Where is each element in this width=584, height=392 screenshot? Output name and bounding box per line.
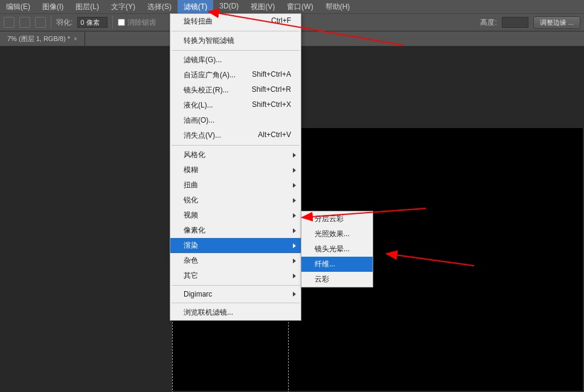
menubar: 编辑(E)图像(I)图层(L)文字(Y)选择(S)滤镜(T)3D(D)视图(V)…	[0, 0, 584, 13]
height-input[interactable]	[502, 17, 528, 28]
filter-menu-item[interactable]: 模糊	[170, 162, 301, 178]
filter-menu-item[interactable]: 其它	[170, 268, 301, 283]
document-tab-title: 7% (图层 1, RGB/8) *	[7, 34, 70, 43]
menu-item-shortcut: Ctrl+F	[271, 16, 291, 27]
separator	[51, 16, 51, 29]
filter-menu-item[interactable]: 自适应广角(A)...Shift+Ctrl+A	[170, 68, 301, 83]
render-submenu-item[interactable]: 云彩	[301, 272, 373, 287]
menu-separator	[172, 31, 300, 31]
filter-menu-item[interactable]: 镜头校正(R)...Shift+Ctrl+R	[170, 83, 301, 98]
filter-menu-item[interactable]: 旋转扭曲Ctrl+F	[170, 14, 301, 29]
menu-item-label: 旋转扭曲	[184, 16, 213, 27]
height-label: 高度:	[480, 18, 496, 28]
selection-mode-add-icon[interactable]	[19, 17, 30, 28]
menu-item-label: 锐化	[184, 195, 198, 205]
filter-menu-item[interactable]: 锐化	[170, 193, 301, 208]
filter-menu-item[interactable]: 扭曲	[170, 178, 301, 193]
filter-menu-item[interactable]: 滤镜库(G)...	[170, 53, 301, 68]
menu-item-label: 风格化	[184, 150, 205, 160]
refine-edge-button[interactable]: 调整边缘 ...	[533, 16, 580, 29]
filter-menu-item[interactable]: 液化(L)...Shift+Ctrl+X	[170, 98, 301, 113]
chevron-right-icon	[293, 183, 296, 188]
filter-menu-item[interactable]: 转换为智能滤镜	[170, 33, 301, 48]
menubar-item-3[interactable]: 文字(Y)	[105, 0, 141, 13]
menubar-item-0[interactable]: 编辑(E)	[0, 0, 36, 13]
filter-menu-item[interactable]: 像素化	[170, 223, 301, 238]
menu-item-label: 视频	[184, 210, 198, 220]
menubar-item-5[interactable]: 滤镜(T)	[178, 0, 213, 13]
chevron-right-icon	[293, 292, 296, 297]
menu-item-label: 自适应广角(A)...	[184, 70, 236, 80]
menubar-item-4[interactable]: 选择(S)	[141, 0, 178, 13]
menu-separator	[172, 145, 300, 146]
render-submenu-item[interactable]: 光照效果...	[301, 227, 373, 242]
filter-menu-item[interactable]: 渲染	[170, 238, 301, 253]
render-submenu-item[interactable]: 分层云彩	[301, 211, 373, 227]
menu-item-label: 滤镜库(G)...	[184, 55, 222, 65]
chevron-right-icon	[293, 198, 296, 203]
antialias-checkbox[interactable]: 消除锯齿	[118, 18, 156, 28]
menubar-item-8[interactable]: 窗口(W)	[281, 0, 319, 13]
menu-separator	[172, 50, 300, 51]
menubar-item-2[interactable]: 图层(L)	[69, 0, 105, 13]
menubar-item-7[interactable]: 视图(V)	[245, 0, 281, 13]
menu-item-label: 杂色	[184, 255, 198, 266]
feather-input[interactable]	[77, 17, 107, 28]
chevron-right-icon	[293, 153, 296, 158]
menu-item-label: 消失点(V)...	[184, 130, 221, 141]
menu-item-label: 扭曲	[184, 180, 198, 190]
filter-menu-item[interactable]: 风格化	[170, 147, 301, 162]
menu-item-label: Digimarc	[184, 290, 212, 298]
menu-item-label: 液化(L)...	[184, 100, 213, 111]
menu-item-shortcut: Shift+Ctrl+A	[252, 70, 291, 80]
chevron-right-icon	[293, 259, 296, 263]
menu-item-shortcut: Shift+Ctrl+R	[252, 85, 291, 95]
render-submenu-item[interactable]: 镜头光晕...	[301, 242, 373, 257]
chevron-right-icon	[293, 274, 296, 278]
render-submenu-item[interactable]: 纤维...	[301, 257, 373, 272]
menu-item-shortcut: Alt+Ctrl+V	[258, 130, 291, 141]
close-icon[interactable]: ×	[74, 36, 77, 42]
filter-menu-item[interactable]: 视频	[170, 208, 301, 223]
menu-item-label: 模糊	[184, 165, 198, 175]
menubar-item-6[interactable]: 3D(D)	[213, 0, 245, 13]
menu-separator	[172, 285, 300, 286]
filter-menu-item[interactable]: 浏览联机滤镜...	[170, 305, 301, 320]
menu-item-label: 油画(O)...	[184, 115, 214, 126]
antialias-check-input[interactable]	[118, 19, 125, 26]
menu-item-label: 渲染	[184, 240, 198, 251]
menu-item-shortcut: Shift+Ctrl+X	[252, 100, 291, 111]
menu-separator	[172, 303, 300, 303]
menubar-item-9[interactable]: 帮助(H)	[319, 0, 356, 13]
chevron-right-icon	[293, 168, 296, 173]
document-tab[interactable]: 7% (图层 1, RGB/8) * ×	[0, 32, 85, 46]
chevron-right-icon	[293, 213, 296, 218]
feather-label: 羽化:	[56, 18, 72, 28]
filter-menu-item[interactable]: 消失点(V)...Alt+Ctrl+V	[170, 128, 301, 143]
menubar-item-1[interactable]: 图像(I)	[36, 0, 69, 13]
menu-item-label: 转换为智能滤镜	[184, 36, 234, 46]
selection-mode-subtract-icon[interactable]	[35, 17, 46, 28]
menu-item-label: 其它	[184, 271, 198, 281]
antialias-label: 消除锯齿	[127, 18, 156, 28]
filter-menu-item[interactable]: 油画(O)...	[170, 113, 301, 128]
selection-mode-new-icon[interactable]	[4, 17, 14, 28]
chevron-right-icon	[293, 228, 296, 233]
filter-menu-item[interactable]: 杂色	[170, 253, 301, 268]
filter-menu-item[interactable]: Digimarc	[170, 288, 301, 301]
menu-item-label: 浏览联机滤镜...	[184, 307, 233, 318]
menu-item-label: 镜头校正(R)...	[184, 85, 229, 95]
menu-item-label: 像素化	[184, 225, 205, 236]
filter-menu: 旋转扭曲Ctrl+F转换为智能滤镜滤镜库(G)...自适应广角(A)...Shi…	[170, 13, 301, 321]
render-submenu: 分层云彩光照效果...镜头光晕...纤维...云彩	[301, 211, 373, 288]
separator	[112, 16, 113, 29]
chevron-right-icon	[293, 243, 296, 248]
